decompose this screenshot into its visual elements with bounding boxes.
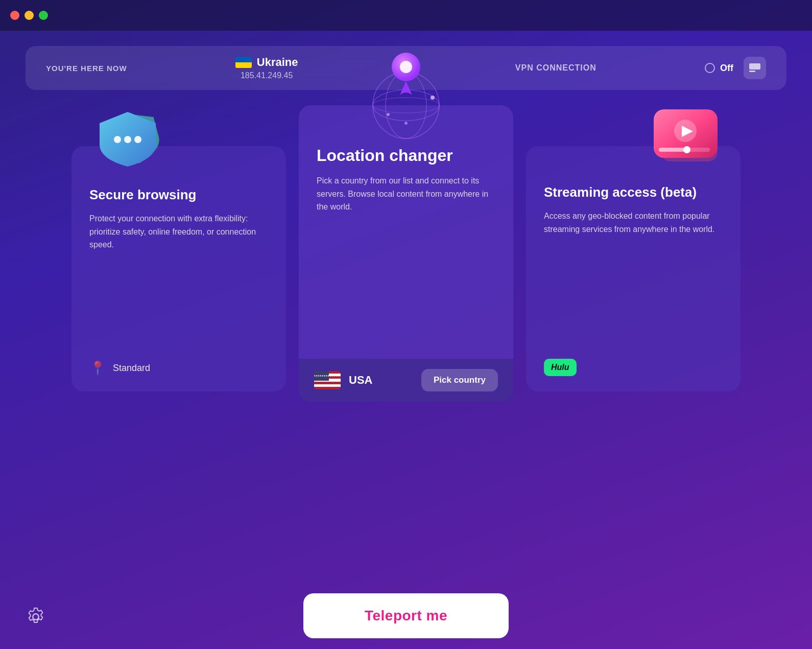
svg-rect-1 [749,71,755,72]
title-bar [0,0,812,31]
country-selector: ★★★★★★★★★★★★★★★★★★★★★★★★★★★★★★★★★★★★★★★★… [314,371,372,389]
ukraine-flag [235,57,252,68]
selected-country: USA [349,374,372,387]
flag-blue [235,57,252,62]
hulu-label: Hulu [551,363,569,372]
flag-yellow [235,62,252,68]
toggle-indicator [705,63,715,73]
hulu-badge: Hulu [544,359,577,376]
usa-flag-inner: ★★★★★★★★★★★★★★★★★★★★★★★★★★★★★★★★★★★★★★★★… [314,371,341,389]
svg-point-20 [683,146,690,153]
svg-point-13 [400,61,412,73]
teleport-button[interactable]: Teleport me [303,593,509,638]
flag-icon [749,63,760,73]
svg-point-8 [373,98,439,113]
globe-icon [355,39,457,141]
maximize-dot[interactable] [39,11,48,20]
you-are-here-label: YOU'RE HERE NOW [46,64,127,73]
secure-card-bottom: 📍 Standard [89,360,268,376]
minimize-dot[interactable] [25,11,34,20]
usa-canton: ★★★★★★★★★★★★★★★★★★★★★★★★★★★★★★★★★★★★★★★★… [314,371,329,381]
country-name: Ukraine [257,56,298,69]
svg-point-10 [387,113,390,116]
svg-point-9 [431,96,435,100]
cards-container: Secure browsing Protect your connection … [0,105,812,402]
svg-point-4 [134,136,141,143]
vpn-toggle[interactable]: Off [705,63,733,74]
secure-browsing-desc: Protect your connection with extra flexi… [89,212,268,251]
shield-icon [87,105,169,167]
location-changer-desc: Pick a country from our list and connect… [317,174,495,214]
streaming-desc: Access any geo-blocked content from popu… [544,210,723,236]
streaming-title: Streaming access (beta) [544,184,723,200]
svg-point-3 [124,136,131,143]
pin-icon: 📍 [89,360,106,376]
pick-country-button[interactable]: Pick country [421,369,498,391]
svg-point-7 [373,90,439,121]
streaming-access-card: Streaming access (beta) Access any geo-b… [526,146,741,391]
streaming-icon [649,105,730,167]
settings-icon[interactable] [26,607,46,631]
secure-mode-label: Standard [113,363,150,374]
vpn-status: Off [720,63,733,74]
svg-rect-19 [659,148,687,152]
streaming-card-bottom: Hulu [544,359,723,376]
current-country: Ukraine [235,56,298,69]
location-card-bottom: ★★★★★★★★★★★★★★★★★★★★★★★★★★★★★★★★★★★★★★★★… [299,359,513,402]
close-dot[interactable] [10,11,19,20]
location-changer-title: Location changer [317,146,495,165]
svg-point-11 [404,122,408,125]
location-changer-card: Location changer Pick a country from our… [299,105,513,402]
secure-browsing-card: Secure browsing Protect your connection … [71,146,286,391]
vpn-label: VPN CONNECTION [515,63,596,73]
vpn-controls: Off [705,57,766,79]
location-info: Ukraine 185.41.249.45 [235,56,298,80]
secure-browsing-title: Secure browsing [89,187,268,203]
svg-point-2 [114,136,121,143]
svg-rect-0 [749,63,760,69]
flag-button[interactable] [744,57,766,79]
ip-address: 185.41.249.45 [241,71,293,80]
usa-flag: ★★★★★★★★★★★★★★★★★★★★★★★★★★★★★★★★★★★★★★★★… [314,371,341,389]
bottom-bar: Teleport me [0,583,812,649]
